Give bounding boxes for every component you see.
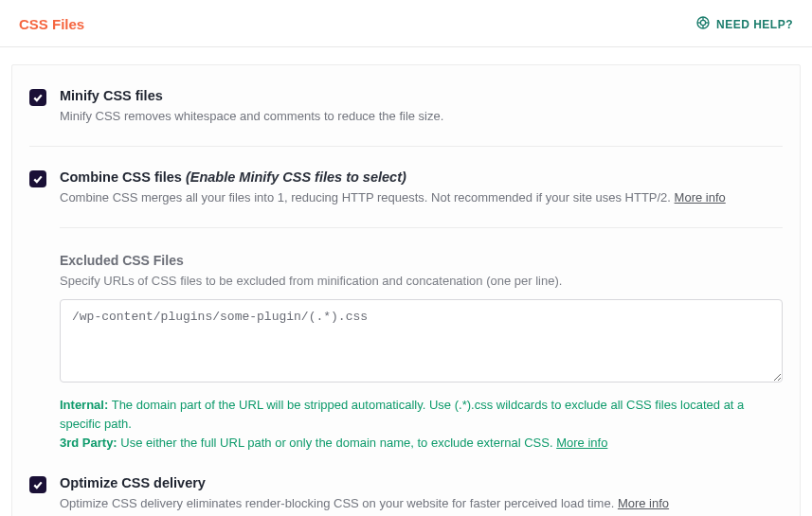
optimize-css-checkbox[interactable] [29, 476, 46, 493]
optimize-more-info-link[interactable]: More info [618, 496, 669, 510]
settings-panel: Minify CSS files Minify CSS removes whit… [11, 64, 801, 516]
combine-title: Combine CSS files (Enable Minify CSS fil… [60, 169, 783, 185]
panel-header: CSS Files NEED HELP? [0, 0, 812, 47]
combine-desc: Combine CSS merges all your files into 1… [60, 190, 783, 205]
panel-title: CSS Files [19, 16, 84, 32]
option-optimize-css: Optimize CSS delivery Optimize CSS deliv… [29, 453, 783, 510]
minify-css-checkbox[interactable] [29, 89, 46, 106]
notice-3rd-text: Use either the full URL path or only the… [120, 436, 552, 450]
minify-desc: Minify CSS removes whitespace and commen… [60, 109, 783, 123]
combine-hint: (Enable Minify CSS files to select) [186, 169, 406, 185]
excluded-title: Excluded CSS Files [60, 253, 783, 268]
optimize-desc: Optimize CSS delivery eliminates render-… [60, 496, 783, 510]
option-minify-css: Minify CSS files Minify CSS removes whit… [29, 65, 783, 123]
excluded-notice: Internal: The domain part of the URL wil… [60, 396, 783, 453]
excluded-css-block: Excluded CSS Files Specify URLs of CSS f… [60, 227, 783, 453]
optimize-title: Optimize CSS delivery [60, 475, 783, 490]
notice-3rd-label: 3rd Party: [60, 436, 117, 450]
notice-internal-text: The domain part of the URL will be strip… [60, 398, 744, 431]
help-label: NEED HELP? [716, 18, 793, 31]
excluded-css-textarea[interactable] [60, 299, 783, 383]
excluded-desc: Specify URLs of CSS files to be excluded… [60, 274, 783, 288]
combine-css-checkbox[interactable] [29, 170, 46, 187]
option-combine-css: Combine CSS files (Enable Minify CSS fil… [29, 146, 783, 205]
svg-point-1 [700, 20, 705, 25]
help-icon [695, 15, 711, 33]
excluded-more-info-link[interactable]: More info [556, 436, 607, 450]
need-help-link[interactable]: NEED HELP? [695, 15, 793, 33]
combine-more-info-link[interactable]: More info [675, 190, 726, 205]
notice-internal-label: Internal: [60, 398, 108, 412]
minify-title: Minify CSS files [60, 88, 783, 103]
